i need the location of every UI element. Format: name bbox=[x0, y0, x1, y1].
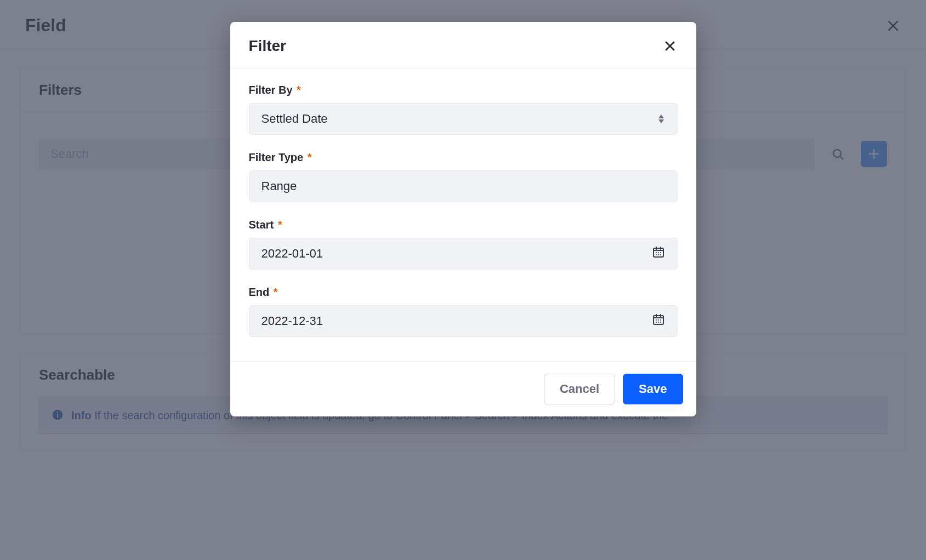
end-label-text: End bbox=[249, 286, 270, 298]
svg-point-18 bbox=[658, 252, 659, 253]
svg-point-21 bbox=[658, 254, 659, 255]
calendar-icon bbox=[652, 245, 665, 262]
filter-by-label-text: Filter By bbox=[249, 84, 293, 96]
filter-by-value: Settled Date bbox=[262, 112, 328, 126]
modal-body: Filter By * Settled Date Filter Type bbox=[230, 68, 696, 361]
end-label: End * bbox=[249, 286, 678, 299]
svg-marker-12 bbox=[658, 119, 664, 123]
filter-by-label: Filter By * bbox=[249, 84, 678, 96]
svg-point-32 bbox=[660, 322, 661, 323]
start-group: Start * 2022-01-01 bbox=[249, 219, 678, 270]
end-date-value: 2022-12-31 bbox=[262, 314, 323, 328]
required-marker: * bbox=[297, 84, 301, 96]
svg-marker-11 bbox=[658, 115, 664, 118]
end-date-input[interactable]: 2022-12-31 bbox=[249, 305, 678, 337]
page-root: Field Filters Searchable bbox=[0, 0, 926, 560]
svg-point-17 bbox=[656, 252, 657, 253]
svg-point-22 bbox=[660, 254, 661, 255]
cancel-button[interactable]: Cancel bbox=[544, 374, 615, 404]
select-caret-icon bbox=[657, 115, 665, 123]
filter-by-group: Filter By * Settled Date bbox=[249, 84, 678, 135]
start-label-text: Start bbox=[249, 219, 274, 231]
close-icon bbox=[663, 39, 677, 53]
filter-modal: Filter Filter By * Settled Date bbox=[230, 22, 696, 416]
filter-type-value: Range bbox=[262, 179, 297, 193]
calendar-icon bbox=[652, 313, 665, 329]
svg-point-19 bbox=[660, 252, 661, 253]
required-marker: * bbox=[308, 151, 312, 163]
svg-point-29 bbox=[660, 319, 661, 321]
filter-type-field: Range bbox=[249, 170, 678, 202]
required-marker: * bbox=[274, 286, 278, 298]
svg-point-28 bbox=[658, 319, 659, 321]
start-date-value: 2022-01-01 bbox=[262, 247, 323, 261]
save-button[interactable]: Save bbox=[623, 374, 683, 404]
filter-type-group: Filter Type * Range bbox=[249, 151, 678, 202]
modal-overlay[interactable]: Filter Filter By * Settled Date bbox=[0, 0, 926, 560]
required-marker: * bbox=[278, 219, 282, 231]
modal-footer: Cancel Save bbox=[230, 361, 696, 416]
modal-close-button[interactable] bbox=[662, 38, 678, 54]
svg-point-30 bbox=[656, 322, 657, 323]
svg-point-27 bbox=[656, 319, 657, 321]
start-date-input[interactable]: 2022-01-01 bbox=[249, 238, 678, 270]
modal-header: Filter bbox=[230, 22, 696, 68]
svg-point-20 bbox=[656, 254, 657, 255]
filter-type-label: Filter Type * bbox=[249, 151, 678, 164]
end-group: End * 2022-12-31 bbox=[249, 286, 678, 337]
filter-by-select[interactable]: Settled Date bbox=[249, 103, 678, 135]
filter-type-label-text: Filter Type bbox=[249, 151, 304, 163]
svg-point-31 bbox=[658, 322, 659, 323]
modal-title: Filter bbox=[249, 37, 286, 55]
start-label: Start * bbox=[249, 219, 678, 231]
